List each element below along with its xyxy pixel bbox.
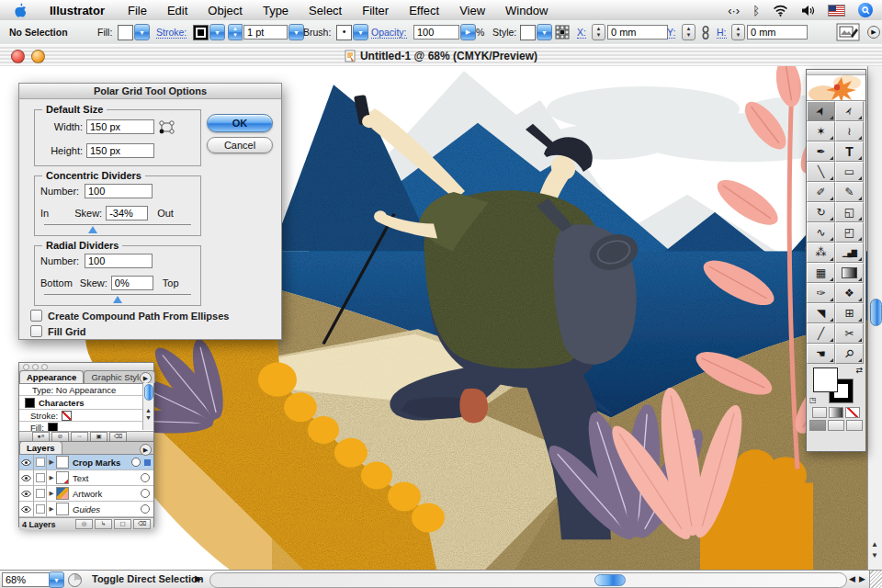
target-icon[interactable] — [141, 489, 150, 498]
edit-column[interactable] — [34, 470, 47, 485]
fill-grid-checkbox[interactable] — [30, 325, 42, 337]
appearance-scrollbar[interactable]: ▲▼ — [142, 383, 153, 430]
menu-edit[interactable]: Edit — [157, 1, 198, 20]
lasso-tool[interactable]: ≀ — [835, 121, 864, 141]
disclosure-icon[interactable]: ▶ — [47, 490, 56, 497]
x-field[interactable] — [607, 25, 668, 40]
visibility-eye-icon[interactable] — [19, 455, 34, 469]
edit-column[interactable] — [34, 502, 47, 516]
zoom-level-field[interactable] — [2, 572, 51, 587]
appearance-row-stroke[interactable]: Stroke: — [19, 410, 153, 422]
compound-path-checkbox[interactable] — [30, 310, 42, 322]
reference-point-icon[interactable] — [555, 20, 570, 44]
target-icon[interactable] — [141, 504, 150, 514]
selection-tool[interactable]: ➤ — [807, 101, 835, 121]
disclosure-icon[interactable]: ▶ — [47, 458, 56, 466]
bluetooth-icon[interactable]: ᛒ — [752, 4, 760, 17]
full-screen-menu-mode-button[interactable] — [828, 420, 844, 431]
layer-name[interactable]: Guides — [73, 504, 141, 514]
concentric-number-field[interactable] — [85, 184, 153, 198]
layers-menu-icon[interactable]: ▶ — [140, 444, 152, 456]
reference-corner-icon[interactable] — [159, 120, 175, 134]
controlbar-menu-icon[interactable]: ▶ — [867, 20, 880, 44]
delete-layer-button[interactable]: ⌫ — [133, 519, 151, 529]
h-stepper[interactable]: ▲▼ — [731, 24, 745, 40]
stroke-weight-field[interactable] — [243, 25, 288, 40]
radial-number-field[interactable] — [85, 254, 153, 268]
wifi-icon[interactable] — [773, 5, 788, 17]
menu-filter[interactable]: Filter — [352, 1, 399, 20]
document-title-bar[interactable]: Untitled-1 @ 68% (CMYK/Preview) — [0, 44, 882, 68]
fill-swatch-large[interactable] — [813, 368, 838, 392]
knife-tool[interactable]: ╱ — [807, 323, 835, 344]
gradient-tool[interactable] — [835, 263, 864, 283]
default-fill-stroke-icon[interactable]: ◳ — [809, 396, 817, 404]
radial-skew-slider[interactable] — [44, 294, 191, 303]
menu-file[interactable]: File — [118, 1, 157, 20]
edit-column[interactable] — [34, 455, 47, 469]
line-segment-tool[interactable]: ╲ — [807, 162, 835, 182]
standard-screen-mode-button[interactable] — [809, 420, 826, 431]
menu-window[interactable]: Window — [495, 1, 558, 20]
warp-tool[interactable]: ∿ — [807, 222, 835, 243]
graph-tool[interactable]: ▁▄▇ — [835, 243, 864, 263]
style-dropdown-icon[interactable]: ▼ — [537, 24, 552, 40]
scale-tool[interactable]: ◱ — [835, 202, 864, 222]
new-layer-button[interactable]: ▢ — [114, 519, 131, 529]
disclosure-icon[interactable]: ▶ — [47, 474, 56, 481]
scroll-down-icon[interactable]: ▼ — [868, 551, 881, 560]
rotate-tool[interactable]: ↻ — [807, 202, 835, 222]
stroke-weight-stepper[interactable]: ▲▼ — [228, 24, 243, 40]
zoom-tool[interactable]: ⚲ — [835, 344, 864, 364]
stroke-dropdown-icon[interactable]: ▼ — [209, 24, 225, 40]
opacity-stepper-icon[interactable]: ▶ — [460, 24, 476, 40]
horizontal-scroll-arrows[interactable]: ◀▶ — [849, 574, 869, 583]
slice-tool[interactable]: ⊞ — [835, 303, 864, 323]
y-label[interactable]: Y: — [667, 28, 675, 39]
h-field[interactable] — [747, 25, 808, 40]
hand-tool[interactable]: ☚ — [807, 344, 835, 364]
gradient-mode-button[interactable] — [829, 407, 843, 418]
status-text[interactable]: Toggle Direct Selection — [92, 573, 203, 584]
volume-icon[interactable] — [801, 5, 815, 17]
zoom-dropdown-icon[interactable]: ▼ — [49, 571, 64, 588]
input-source-icon[interactable]: ‹·› — [728, 4, 740, 17]
menu-object[interactable]: Object — [198, 1, 253, 20]
full-screen-mode-button[interactable] — [846, 420, 863, 431]
y-stepper[interactable]: ▲▼ — [682, 24, 695, 40]
visibility-eye-icon[interactable] — [19, 502, 34, 516]
type-tool[interactable]: T — [835, 141, 864, 162]
brush-dropdown-icon[interactable]: ▼ — [353, 24, 368, 40]
layer-row-crop-marks[interactable]: ▶ Crop Marks — [19, 455, 153, 470]
concentric-skew-slider[interactable] — [44, 224, 191, 233]
fill-dropdown-icon[interactable]: ▼ — [134, 24, 150, 40]
target-icon[interactable] — [141, 473, 150, 482]
stroke-label[interactable]: Stroke: — [156, 28, 187, 39]
pencil-tool[interactable]: ✎ — [835, 182, 864, 202]
symbol-sprayer-tool[interactable]: ⁂ — [807, 243, 835, 263]
layer-row-artwork[interactable]: ▶ Artwork — [19, 486, 153, 502]
mesh-tool[interactable]: ▦ — [807, 263, 835, 283]
fill-swatch[interactable] — [118, 25, 133, 40]
horizontal-scrollbar-thumb[interactable] — [594, 574, 626, 586]
height-field[interactable] — [86, 143, 154, 158]
vertical-scrollbar-thumb[interactable] — [870, 299, 882, 326]
stroke-weight-dropdown-icon[interactable]: ▼ — [288, 24, 304, 40]
vertical-scrollbar[interactable]: ▲ ▼ — [867, 66, 882, 570]
brush-swatch[interactable]: • — [336, 25, 352, 40]
appearance-row-characters[interactable]: Characters — [19, 396, 153, 410]
concentric-skew-field[interactable] — [106, 206, 148, 220]
swap-fill-stroke-icon[interactable]: ⇄ — [855, 366, 863, 375]
apple-menu[interactable] — [0, 3, 37, 17]
width-field[interactable] — [86, 119, 154, 134]
pen-tool[interactable]: ✒ — [807, 141, 835, 162]
h-label[interactable]: H: — [717, 28, 727, 39]
scroll-up-icon[interactable]: ▲ — [868, 540, 881, 548]
edit-column[interactable] — [34, 486, 47, 501]
go-to-bridge-button[interactable] — [836, 20, 860, 44]
none-mode-button[interactable] — [845, 407, 860, 418]
tab-appearance[interactable]: Appearance — [19, 370, 84, 383]
layer-row-text[interactable]: ▶ Text — [19, 470, 153, 486]
menu-effect[interactable]: Effect — [399, 1, 449, 20]
layer-name[interactable]: Crop Marks — [73, 458, 131, 468]
